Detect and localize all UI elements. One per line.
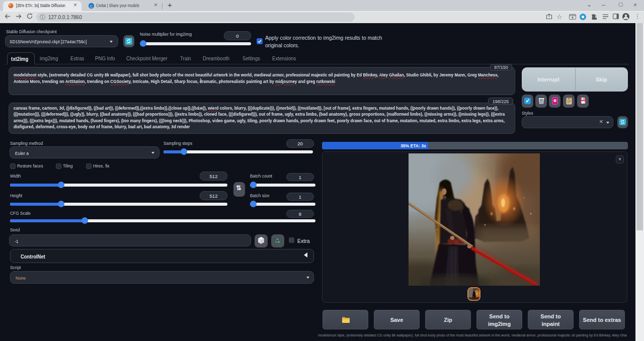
svg-text:C: C [90, 4, 93, 9]
